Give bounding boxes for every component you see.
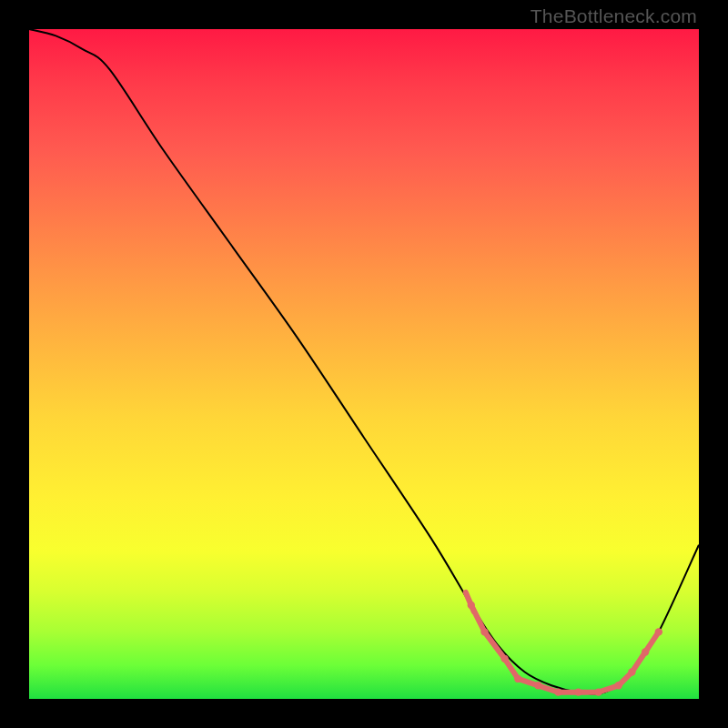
marker-dot <box>574 688 581 695</box>
watermark-text: TheBottleneck.com <box>531 5 697 27</box>
marker-dot <box>480 628 488 635</box>
chart-frame: TheBottleneck.com <box>0 0 728 728</box>
marker-dot <box>628 668 635 675</box>
marker-dot <box>554 688 561 695</box>
marker-dot <box>655 628 662 635</box>
marker-group <box>466 592 662 696</box>
marker-dot <box>500 655 508 662</box>
marker-dot <box>468 602 475 609</box>
marker-dot <box>534 682 541 689</box>
marker-dot <box>614 682 622 689</box>
curve-line <box>29 29 699 694</box>
marker-dot <box>514 675 521 682</box>
marker-dot <box>594 688 602 695</box>
curve-svg <box>29 29 699 699</box>
plot-area <box>29 29 699 699</box>
marker-dot <box>642 648 649 655</box>
marker-segment <box>484 632 504 658</box>
